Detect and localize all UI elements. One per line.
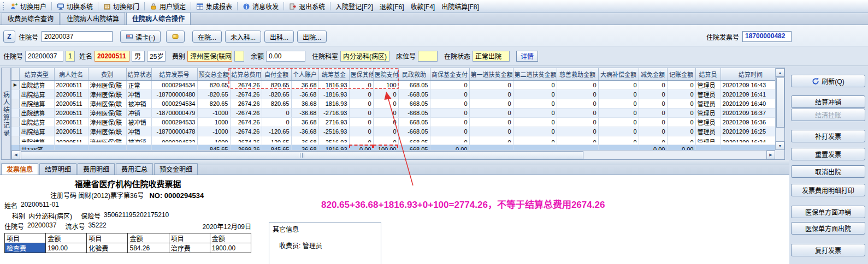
other-info-title: 其它信息 bbox=[273, 224, 377, 233]
table-row[interactable]: 出院结算20200511漳州医保(联被冲销0000294534820.65267… bbox=[11, 99, 781, 108]
table-row[interactable]: 出院结算20200511漳州医保(联被冲销000029453210002674.… bbox=[11, 136, 781, 145]
patient-gender-value: 男 bbox=[132, 51, 145, 62]
reset-invoice-button[interactable]: 重置发票 bbox=[791, 148, 865, 160]
user-lock-label: 用户锁定 bbox=[160, 2, 186, 11]
column-header[interactable]: 预交总金额 bbox=[197, 68, 230, 80]
invoice-number: 0000294534 bbox=[164, 191, 204, 200]
column-header[interactable]: 结算类型 bbox=[19, 68, 54, 80]
discharged-button[interactable]: 出院... bbox=[297, 31, 327, 43]
tab-expense-detail[interactable]: 费用明细 bbox=[78, 163, 115, 175]
invoice-item-name[interactable]: 治疗费 bbox=[169, 243, 210, 253]
detail-button[interactable]: 详情 bbox=[516, 51, 538, 62]
column-header[interactable]: 大病补偿金额 bbox=[598, 68, 639, 80]
collect-payment-button[interactable]: 收款[F4] bbox=[407, 1, 438, 12]
column-header[interactable]: 减免金额 bbox=[639, 68, 667, 80]
column-header[interactable]: 结算发票号 bbox=[151, 68, 197, 80]
invoice-item-name[interactable]: 检查费 bbox=[5, 243, 46, 253]
table-row[interactable]: 出院结算20200511漳州医保(联冲销-18700000479-1000-26… bbox=[11, 108, 781, 117]
column-header[interactable]: 结算总费用 bbox=[230, 68, 262, 80]
table-cell: 0 bbox=[557, 99, 598, 108]
insurance-unilateral-discharge-button[interactable]: 医保单方面出院 bbox=[791, 222, 865, 235]
column-header[interactable]: 结算状态 bbox=[126, 68, 151, 80]
admission-register-button[interactable]: 入院登记[F2] bbox=[332, 1, 376, 12]
tab-invoice-info[interactable]: 发票信息 bbox=[1, 163, 38, 175]
vertical-scrollbar[interactable]: ▲ ▼ bbox=[775, 68, 784, 150]
out-dept-button[interactable]: 出科... bbox=[264, 31, 294, 43]
invoice-item-name[interactable]: 化验费 bbox=[87, 243, 128, 253]
re-print-invoice-button[interactable]: 复打发票 bbox=[791, 244, 865, 256]
tab-inpatient-operations[interactable]: 住院病人综合操作 bbox=[126, 12, 191, 25]
column-header[interactable]: 记账金额 bbox=[667, 68, 695, 80]
column-header[interactable]: 统筹基金 bbox=[318, 68, 349, 80]
table-row[interactable]: 出院结算20200511漳州医保(联冲销-18700000478-1000-26… bbox=[11, 127, 781, 136]
table-cell: 漳州医保(联 bbox=[88, 89, 126, 99]
toolbar-separator bbox=[98, 2, 98, 10]
column-header[interactable]: 病人姓名 bbox=[54, 68, 88, 80]
scroll-thumb[interactable] bbox=[21, 151, 583, 159]
patient-info-bar: 住院号 20200037 1 姓名 20200511 男 25岁 费别 漳州医保… bbox=[0, 46, 868, 66]
settlement-writeoff-button[interactable]: 结算冲销 bbox=[791, 95, 865, 108]
column-header[interactable]: 个人账户 bbox=[291, 68, 318, 80]
patient-age-value: 25岁 bbox=[147, 51, 166, 62]
scroll-left-button[interactable]: ◀ bbox=[11, 151, 20, 159]
integrated-reports-button[interactable]: 集成报表 bbox=[193, 1, 235, 12]
switch-user-button[interactable]: 切换用户 bbox=[7, 1, 50, 12]
scroll-down-button[interactable]: ▼ bbox=[776, 141, 784, 150]
tab-settlement-detail[interactable]: 结算明细 bbox=[39, 163, 76, 175]
user-lock-button[interactable]: 用户锁定 bbox=[146, 1, 189, 12]
column-header[interactable]: 费别 bbox=[88, 68, 126, 80]
row-selector-cell[interactable] bbox=[11, 89, 19, 99]
toolbar-grip bbox=[3, 2, 5, 10]
z-button[interactable]: Z bbox=[3, 31, 15, 43]
card-tool-button[interactable] bbox=[166, 31, 185, 43]
invoice-expense-detail-print-button[interactable]: 发票费用明细打印 bbox=[791, 184, 865, 196]
row-selector-header bbox=[11, 68, 19, 80]
table-row[interactable]: 出院结算20200511漳州医保(联冲销-18700000480-820.65-… bbox=[11, 89, 781, 99]
column-header[interactable]: 商保基金支付 bbox=[430, 68, 469, 80]
tab-expense-summary[interactable]: 费用汇总 bbox=[116, 163, 153, 175]
messages-button[interactable]: 消息收发 bbox=[239, 1, 282, 12]
column-header[interactable]: 结算时间 bbox=[721, 68, 781, 80]
row-selector-cell[interactable]: ▶ bbox=[11, 80, 19, 89]
row-selector-cell[interactable] bbox=[11, 108, 19, 117]
column-header[interactable]: 医院支付 bbox=[373, 68, 398, 80]
row-selector-cell[interactable] bbox=[11, 127, 19, 136]
column-header[interactable]: 第一道扶贫金额 bbox=[469, 68, 513, 80]
column-header[interactable]: 结算员 bbox=[695, 68, 721, 80]
read-card-button[interactable]: 读卡(-) bbox=[120, 31, 161, 43]
insurance-unilateral-writeoff-button[interactable]: 医保单方面冲销 bbox=[791, 206, 865, 218]
not-admitted-button[interactable]: 未入科... bbox=[225, 31, 261, 43]
row-selector-cell[interactable] bbox=[11, 99, 19, 108]
invoice-serial-value: 35222 bbox=[88, 221, 106, 231]
patient-dept-value: 内分泌科(病区) bbox=[340, 51, 389, 62]
column-header[interactable]: 第二道扶贫金额 bbox=[513, 68, 557, 80]
scroll-right-button[interactable]: ▶ bbox=[766, 151, 775, 159]
column-header[interactable]: 民政救助 bbox=[398, 68, 430, 80]
switch-system-label: 切换系统 bbox=[67, 2, 93, 11]
column-header[interactable]: 自付金额 bbox=[262, 68, 291, 80]
tab-discharge-settlement[interactable]: 住院病人出院结算 bbox=[61, 12, 125, 25]
scroll-up-button[interactable]: ▲ bbox=[776, 68, 784, 77]
switch-dept-button[interactable]: 切换部门 bbox=[100, 1, 143, 12]
in-hospital-button[interactable]: 在院... bbox=[192, 31, 222, 43]
exit-system-button[interactable]: 退出系统 bbox=[286, 1, 328, 12]
column-header[interactable]: 医保其他 bbox=[349, 68, 373, 80]
refresh-button[interactable]: 刷新(Q) bbox=[791, 75, 865, 87]
vscroll-thumb[interactable] bbox=[776, 77, 784, 128]
tab-prepay-detail[interactable]: 预交金明细 bbox=[154, 163, 198, 175]
discharge-settlement-button[interactable]: 出院结算[F8] bbox=[438, 1, 482, 12]
column-header[interactable]: 慈善救助金额 bbox=[557, 68, 598, 80]
admission-no-input[interactable] bbox=[42, 31, 113, 42]
row-selector-cell[interactable] bbox=[11, 136, 19, 145]
other-info-box: 其它信息 收费员: 管理员 bbox=[269, 222, 381, 264]
table-row[interactable]: 出院结算20200511漳州医保(联被冲销000029453310002674.… bbox=[11, 117, 781, 127]
table-row[interactable]: ▶出院结算20200511漳州医保(联正常0000294534820.65267… bbox=[11, 80, 781, 89]
cancel-discharge-button[interactable]: 取消出院 bbox=[791, 165, 865, 178]
refund-button[interactable]: 退款[F6] bbox=[376, 1, 408, 12]
switch-system-button[interactable]: 切换系统 bbox=[54, 1, 96, 12]
table-cell: 0 bbox=[373, 136, 398, 145]
tab-cashier-query[interactable]: 收费员综合查询 bbox=[2, 12, 60, 25]
horizontal-scrollbar[interactable]: ◀ ▶ bbox=[11, 150, 775, 159]
reprint-invoice-button[interactable]: 补打发票 bbox=[791, 130, 865, 142]
row-selector-cell[interactable] bbox=[11, 117, 19, 127]
